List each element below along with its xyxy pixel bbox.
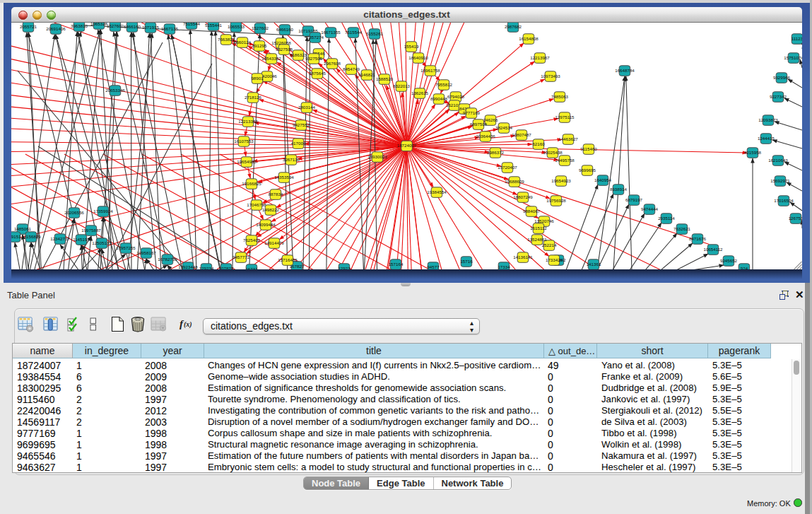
svg-text:10654112: 10654112 — [703, 247, 723, 252]
svg-text:155419: 155419 — [404, 44, 419, 49]
svg-text:16543362: 16543362 — [261, 56, 281, 61]
svg-text:20653346: 20653346 — [105, 88, 125, 93]
svg-text:417004: 417004 — [291, 141, 306, 146]
svg-text:15720407: 15720407 — [498, 165, 517, 170]
svg-text:16782759: 16782759 — [158, 257, 177, 262]
svg-text:19756928: 19756928 — [546, 198, 566, 203]
svg-text:9474444: 9474444 — [641, 206, 659, 211]
svg-text:18724007: 18724007 — [397, 143, 417, 148]
svg-text:6897508: 6897508 — [470, 122, 488, 127]
svg-text:1145193: 1145193 — [73, 237, 90, 242]
svg-text:15930023: 15930023 — [367, 154, 387, 159]
svg-text:1527602: 1527602 — [107, 23, 124, 28]
svg-text:1615112: 1615112 — [530, 226, 547, 230]
svg-text:141361: 141361 — [587, 262, 601, 267]
svg-text:2055721: 2055721 — [20, 24, 37, 29]
svg-text:20206556: 20206556 — [64, 210, 84, 215]
svg-text:7357274: 7357274 — [307, 35, 324, 40]
svg-text:7955812: 7955812 — [435, 82, 453, 87]
svg-text:12093873: 12093873 — [758, 117, 778, 122]
svg-text:12923448: 12923448 — [178, 264, 198, 269]
svg-text:9457771: 9457771 — [233, 255, 250, 259]
svg-text:9884067: 9884067 — [523, 209, 541, 214]
svg-text:3824534: 3824534 — [495, 125, 513, 130]
svg-text:5155441: 5155441 — [205, 23, 223, 28]
svg-text:8471676: 8471676 — [689, 236, 707, 241]
svg-text:1640954: 1640954 — [594, 177, 612, 182]
svg-text:17334: 17334 — [498, 264, 510, 269]
svg-text:14914479: 14914479 — [264, 240, 284, 245]
svg-text:3963810: 3963810 — [71, 23, 88, 28]
svg-text:9329966: 9329966 — [773, 75, 791, 80]
svg-text:17957255: 17957255 — [116, 245, 136, 250]
svg-text:2987682: 2987682 — [505, 24, 522, 29]
svg-text:6879197: 6879197 — [625, 197, 643, 202]
svg-text:98901: 98901 — [251, 76, 264, 81]
svg-text:1362615: 1362615 — [411, 90, 429, 95]
svg-text:9699695: 9699695 — [579, 168, 596, 173]
svg-text:157164: 157164 — [389, 262, 404, 267]
svg-text:8454749: 8454749 — [343, 66, 360, 71]
svg-text:8322013: 8322013 — [393, 83, 411, 88]
svg-text:2718126: 2718126 — [245, 95, 262, 100]
svg-text:1485061: 1485061 — [14, 226, 32, 231]
svg-text:2803144: 2803144 — [298, 105, 316, 110]
svg-text:12156829: 12156829 — [21, 234, 41, 239]
svg-text:7515544: 7515544 — [183, 23, 201, 26]
svg-text:6794028: 6794028 — [447, 94, 465, 99]
svg-text:10973493: 10973493 — [541, 74, 560, 78]
svg-text:14136141: 14136141 — [513, 255, 533, 259]
svg-text:8215958: 8215958 — [744, 150, 762, 155]
svg-text:14353594: 14353594 — [274, 175, 294, 180]
svg-text:15692971: 15692971 — [770, 178, 790, 183]
svg-text:891295: 891295 — [252, 43, 267, 48]
svg-text:14495758: 14495758 — [555, 158, 575, 163]
svg-text:16107553: 16107553 — [234, 139, 254, 144]
svg-text:1071915: 1071915 — [142, 25, 160, 30]
svg-text:16961758: 16961758 — [420, 68, 440, 73]
svg-text:19654923: 19654923 — [551, 178, 571, 183]
svg-text:1588520: 1588520 — [376, 76, 394, 81]
svg-text:2986372: 2986372 — [487, 150, 505, 155]
svg-text:9227342: 9227342 — [770, 94, 787, 99]
svg-text:7663822: 7663822 — [218, 37, 235, 42]
svg-text:7515544: 7515544 — [345, 30, 363, 35]
svg-text:9327505: 9327505 — [305, 56, 323, 61]
svg-text:7485063: 7485063 — [551, 94, 569, 99]
svg-text:8990448: 8990448 — [430, 96, 448, 101]
svg-text:19654983: 19654983 — [237, 159, 257, 164]
svg-text:17359924: 17359924 — [93, 209, 113, 214]
svg-text:13524861: 13524861 — [527, 237, 547, 242]
svg-text:14099484: 14099484 — [256, 222, 276, 227]
svg-text:1498222: 1498222 — [262, 207, 280, 212]
svg-text:18807249: 18807249 — [513, 194, 533, 199]
svg-text:9327508: 9327508 — [276, 47, 293, 52]
svg-text:11123: 11123 — [792, 36, 802, 41]
svg-text:1733426: 1733426 — [546, 257, 563, 262]
svg-text:6466160: 6466160 — [124, 24, 141, 29]
svg-text:13520746: 13520746 — [534, 218, 554, 223]
svg-text:16154808: 16154808 — [519, 36, 539, 41]
svg-text:2935114: 2935114 — [658, 216, 675, 221]
svg-text:126753: 126753 — [789, 216, 802, 221]
svg-text:3875645: 3875645 — [309, 71, 326, 76]
svg-text:12975115: 12975115 — [555, 115, 575, 119]
svg-text:20691406: 20691406 — [46, 26, 66, 31]
svg-text:(x): (x) — [184, 320, 192, 329]
svg-text:10807487: 10807487 — [512, 132, 531, 137]
svg-text:19975887: 19975887 — [81, 228, 101, 233]
svg-text:9115460: 9115460 — [580, 146, 597, 151]
svg-text:94577: 94577 — [427, 264, 440, 269]
svg-text:10688609: 10688609 — [505, 179, 524, 184]
svg-text:8186323: 8186323 — [290, 52, 307, 57]
svg-text:18640910: 18640910 — [408, 55, 428, 60]
svg-text:5155261: 5155261 — [366, 31, 384, 36]
svg-text:14463627: 14463627 — [558, 136, 578, 141]
svg-text:12505135: 12505135 — [92, 240, 112, 245]
svg-text:15716485: 15716485 — [278, 257, 298, 262]
svg-text:8938914: 8938914 — [610, 187, 628, 192]
svg-text:10025438: 10025438 — [543, 150, 563, 155]
svg-text:17046798: 17046798 — [247, 202, 266, 207]
svg-text:252214: 252214 — [542, 243, 557, 247]
svg-text:9777169: 9777169 — [463, 110, 481, 115]
